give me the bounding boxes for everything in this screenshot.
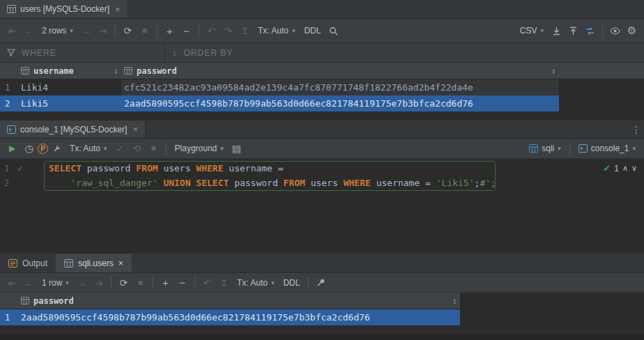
cell-password[interactable]: 2aad5890595ccf4598b787b99ab563d0d66ec821… bbox=[18, 309, 460, 325]
tab-output[interactable]: Output bbox=[0, 254, 56, 272]
gutter-line[interactable]: 1 ✓ bbox=[0, 161, 43, 176]
search-icon[interactable] bbox=[325, 23, 342, 38]
close-icon[interactable]: × bbox=[115, 4, 121, 15]
submit-icon[interactable]: ↥ bbox=[216, 275, 232, 291]
session-switcher-dropdown[interactable]: console_1 ▾ bbox=[574, 141, 640, 156]
view-options-eye-icon[interactable] bbox=[607, 23, 623, 38]
cell-username[interactable]: Liki4 bbox=[18, 79, 121, 95]
sort-toggle-icon[interactable]: ↕ bbox=[114, 66, 118, 76]
sort-toggle-icon[interactable]: ↕ bbox=[452, 296, 457, 306]
previous-statement-icon[interactable]: ∧ bbox=[622, 164, 628, 173]
refresh-icon[interactable]: ⟳ bbox=[120, 23, 136, 38]
import-data-icon[interactable] bbox=[565, 23, 581, 38]
code-line[interactable]: SELECT password FROM users WHERE usernam… bbox=[49, 161, 284, 176]
column-header-password[interactable]: password ↕ bbox=[18, 293, 460, 309]
page-size-dropdown[interactable]: 1 row ▾ bbox=[38, 275, 73, 291]
previous-page-icon[interactable]: ← bbox=[21, 275, 37, 291]
column-icon bbox=[21, 297, 29, 304]
tx-mode-dropdown[interactable]: Tx: Auto ▾ bbox=[254, 23, 300, 38]
sort-toggle-icon[interactable]: ↕ bbox=[551, 66, 556, 76]
ddl-button[interactable]: DDL bbox=[300, 23, 325, 38]
profiler-icon[interactable]: P bbox=[38, 144, 48, 154]
close-icon[interactable]: × bbox=[118, 258, 123, 268]
gutter-line[interactable]: 2 bbox=[0, 176, 43, 190]
stop-icon[interactable]: ■ bbox=[137, 23, 153, 38]
table-row[interactable]: 2 Liki5 2aad5890595ccf4598b787b99ab563d0… bbox=[0, 95, 644, 111]
table-row[interactable]: 1 Liki4 cfc521c23482ac93a09584ad2e139c4a… bbox=[0, 79, 644, 95]
delete-row-icon[interactable]: − bbox=[178, 23, 194, 38]
tab-label: console_1 [MySQL5-Docker] bbox=[20, 125, 127, 134]
gutter-line-number: 1 bbox=[4, 164, 9, 173]
session-label: console_1 bbox=[591, 144, 629, 153]
sql-editor[interactable]: 1 ✓ 2 SELECT password FROM users WHERE u… bbox=[0, 159, 644, 254]
revert-icon[interactable]: ↶ bbox=[204, 23, 220, 38]
export-data-icon[interactable] bbox=[549, 23, 565, 38]
row-number: 1 bbox=[0, 79, 18, 95]
close-icon[interactable]: × bbox=[132, 124, 138, 134]
table-row[interactable]: 1 2aad5890595ccf4598b787b99ab563d0d66ec8… bbox=[0, 309, 644, 325]
code-line[interactable]: 'raw_sql_danger' UNION SELECT password F… bbox=[49, 176, 496, 190]
cell-password[interactable]: 2aad5890595ccf4598b787b99ab563d0d66ec821… bbox=[121, 95, 559, 111]
submit-icon[interactable]: ↥ bbox=[237, 23, 253, 38]
ddl-button[interactable]: DDL bbox=[279, 275, 304, 291]
cell-username[interactable]: Liki5 bbox=[18, 95, 121, 111]
tab-users-grid[interactable]: users [MySQL5-Docker] × bbox=[0, 0, 128, 18]
execution-history-clock-icon[interactable]: ◷ bbox=[21, 141, 37, 156]
first-page-icon[interactable]: ⇤ bbox=[4, 275, 20, 291]
wrench-settings-icon[interactable] bbox=[49, 141, 65, 156]
next-page-icon[interactable]: → bbox=[78, 23, 94, 38]
execution-status-widget: ✓ 1 ∧ ∨ bbox=[603, 163, 637, 173]
execute-play-icon[interactable]: ▶ bbox=[4, 141, 20, 156]
compare-data-icon[interactable] bbox=[582, 23, 598, 38]
stop-icon[interactable]: ■ bbox=[132, 275, 148, 291]
column-icon bbox=[124, 67, 132, 75]
last-page-icon[interactable]: ⇥ bbox=[95, 23, 111, 38]
delete-row-icon[interactable]: − bbox=[174, 275, 190, 291]
settings-gear-icon[interactable]: ⚙ bbox=[624, 23, 640, 38]
console-tabbar: console_1 [MySQL5-Docker] × ⋮ bbox=[0, 121, 644, 139]
chevron-down-icon: ▾ bbox=[66, 279, 69, 286]
next-statement-icon[interactable]: ∨ bbox=[631, 164, 637, 173]
toolbar-separator bbox=[153, 276, 153, 289]
refresh-icon[interactable]: ⟳ bbox=[116, 275, 132, 291]
add-row-icon[interactable]: + bbox=[162, 23, 178, 38]
console-toolbar: ▶ ◷ P Tx: Auto ▾ ✓ ⟲ ■ Playground ▾ ▤ sq… bbox=[0, 139, 644, 159]
output-layout-icon[interactable]: ▤ bbox=[229, 141, 245, 156]
commit-check-icon[interactable]: ✓ bbox=[112, 141, 128, 156]
rollback-icon[interactable]: ⟲ bbox=[129, 141, 145, 156]
tab-label: Output bbox=[22, 258, 47, 268]
revert-icon[interactable]: ↶ bbox=[199, 275, 215, 291]
result-grid-header: password ↕ bbox=[0, 293, 644, 309]
last-page-icon[interactable]: ⇥ bbox=[91, 275, 107, 291]
add-row-icon[interactable]: + bbox=[158, 275, 174, 291]
stop-icon[interactable]: ■ bbox=[146, 141, 162, 156]
column-header-password[interactable]: password ↕ bbox=[121, 63, 559, 79]
datagrip-window: users [MySQL5-Docker] × ⇤ ← 2 rows ▾ → ⇥… bbox=[0, 0, 644, 340]
tab-sqli-users[interactable]: sqli.users × bbox=[56, 254, 132, 272]
output-icon bbox=[8, 259, 17, 268]
tx-mode-dropdown[interactable]: Tx: Auto ▾ bbox=[66, 141, 112, 156]
previous-page-icon[interactable]: ← bbox=[21, 23, 37, 38]
redo-icon[interactable]: ↷ bbox=[220, 23, 236, 38]
tab-console-1[interactable]: console_1 [MySQL5-Docker] × bbox=[0, 121, 146, 138]
row-filler bbox=[460, 309, 644, 325]
csv-format-dropdown[interactable]: CSV ▾ bbox=[516, 23, 548, 38]
tab-label: sqli.users bbox=[78, 258, 114, 268]
playground-mode-dropdown[interactable]: Playground ▾ bbox=[171, 141, 228, 156]
column-label: password bbox=[137, 66, 177, 76]
tx-mode-dropdown[interactable]: Tx: Auto ▾ bbox=[233, 275, 279, 291]
pin-tab-icon[interactable] bbox=[313, 275, 329, 291]
gutter-line-number: 2 bbox=[4, 178, 9, 188]
first-page-icon[interactable]: ⇤ bbox=[4, 23, 20, 38]
order-by-input[interactable]: ↕ ORDER BY bbox=[165, 43, 644, 62]
page-size-dropdown[interactable]: 2 rows ▾ bbox=[38, 23, 77, 38]
csv-label: CSV bbox=[520, 26, 537, 36]
schema-label: sqli bbox=[542, 144, 554, 153]
next-page-icon[interactable]: → bbox=[74, 275, 90, 291]
column-header-username[interactable]: username ↕ bbox=[18, 63, 121, 79]
cell-password[interactable]: cfc521c23482ac93a09584ad2e139c4a7fc87077… bbox=[121, 79, 559, 95]
more-options-kebab-icon[interactable]: ⋮ bbox=[629, 121, 644, 138]
schema-switcher-dropdown[interactable]: sqli ▾ bbox=[525, 141, 565, 156]
page-size-label: 2 rows bbox=[42, 26, 66, 36]
where-filter-input[interactable]: WHERE bbox=[0, 43, 165, 62]
